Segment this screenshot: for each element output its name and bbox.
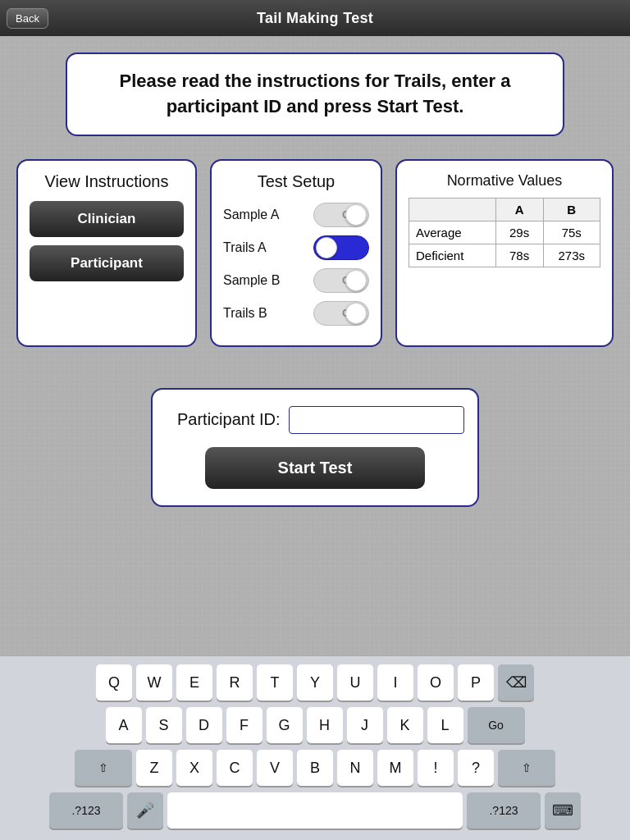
key-r[interactable]: R (217, 664, 253, 701)
key-backspace[interactable]: ⌫ (498, 664, 534, 701)
panels-row: View Instructions Clinician Participant … (16, 159, 614, 347)
instruction-box: Please read the instructions for Trails,… (66, 52, 564, 136)
trails-a-row: Trails A ON (223, 235, 369, 260)
key-y[interactable]: Y (297, 664, 333, 701)
norm-col-empty (409, 198, 496, 221)
key-w[interactable]: W (136, 664, 172, 701)
norm-deficient-b: 273s (543, 244, 600, 267)
key-numeric-left[interactable]: .?123 (49, 792, 123, 829)
normative-values-panel: Normative Values A B Average 29s 75s (395, 159, 614, 347)
participant-id-label: Participant ID: (177, 410, 281, 429)
key-s[interactable]: S (146, 707, 182, 743)
main-content: Please read the instructions for Trails,… (0, 36, 630, 507)
key-n[interactable]: N (337, 750, 373, 786)
key-question[interactable]: ? (458, 750, 494, 786)
key-a[interactable]: A (106, 707, 142, 743)
keyboard-row-2: A S D F G H J K L Go (3, 707, 627, 743)
keyboard: Q W E R T Y U I O P ⌫ A S D F G H J K L … (0, 655, 630, 840)
key-go[interactable]: Go (468, 707, 525, 743)
trails-b-label: Trails B (223, 306, 267, 321)
key-j[interactable]: J (347, 707, 383, 743)
back-button[interactable]: Back (7, 8, 48, 29)
key-keyboard-icon[interactable]: ⌨ (545, 792, 581, 829)
keyboard-row-3: ⇧ Z X C V B N M ! ? ⇧ (3, 750, 627, 786)
instruction-text: Please read the instructions for Trails,… (92, 69, 538, 120)
key-f[interactable]: F (226, 707, 262, 743)
key-q[interactable]: Q (96, 664, 132, 701)
key-e[interactable]: E (176, 664, 212, 701)
key-b[interactable]: B (297, 750, 333, 786)
key-h[interactable]: H (307, 707, 343, 743)
key-shift-left[interactable]: ⇧ (75, 750, 132, 786)
trails-b-row: Trails B OFF (223, 301, 369, 326)
participant-section: Participant ID: Start Test (16, 388, 614, 507)
key-c[interactable]: C (217, 750, 253, 786)
participant-id-input[interactable] (289, 406, 464, 434)
key-shift-right[interactable]: ⇧ (498, 750, 555, 786)
key-p[interactable]: P (458, 664, 494, 701)
normative-values-title: Normative Values (409, 172, 600, 189)
key-l[interactable]: L (427, 707, 463, 743)
participant-button[interactable]: Participant (30, 245, 184, 281)
sample-b-toggle[interactable]: OFF (313, 268, 369, 293)
key-g[interactable]: G (267, 707, 303, 743)
key-exclaim[interactable]: ! (418, 750, 454, 786)
app-header: Back Tail Making Test (0, 0, 630, 36)
key-space[interactable] (167, 792, 463, 829)
test-setup-title: Test Setup (223, 172, 369, 191)
view-instructions-title: View Instructions (30, 172, 184, 191)
sample-b-row: Sample B OFF (223, 268, 369, 293)
key-k[interactable]: K (387, 707, 423, 743)
sample-b-label: Sample B (223, 273, 280, 288)
key-o[interactable]: O (418, 664, 454, 701)
participant-id-row: Participant ID: (177, 406, 453, 434)
norm-col-a: A (495, 198, 543, 221)
key-z[interactable]: Z (136, 750, 172, 786)
trails-a-toggle[interactable]: ON (313, 235, 369, 260)
keyboard-row-4: .?123 🎤 .?123 ⌨ (3, 792, 627, 829)
key-mic[interactable]: 🎤 (127, 792, 163, 829)
key-m[interactable]: M (377, 750, 413, 786)
trails-a-label: Trails A (223, 240, 267, 255)
trails-b-toggle[interactable]: OFF (313, 301, 369, 326)
key-t[interactable]: T (257, 664, 293, 701)
norm-average-a: 29s (495, 221, 543, 244)
norm-row-deficient: Deficient 78s 273s (409, 244, 600, 267)
key-u[interactable]: U (337, 664, 373, 701)
view-instructions-panel: View Instructions Clinician Participant (16, 159, 197, 347)
clinician-button[interactable]: Clinician (30, 201, 184, 237)
norm-average-label: Average (409, 221, 496, 244)
norm-average-b: 75s (543, 221, 600, 244)
sample-a-toggle[interactable]: OFF (313, 203, 369, 227)
key-i[interactable]: I (377, 664, 413, 701)
norm-row-average: Average 29s 75s (409, 221, 600, 244)
norm-col-b: B (543, 198, 600, 221)
header-title: Tail Making Test (257, 10, 373, 27)
key-x[interactable]: X (176, 750, 212, 786)
normative-table: A B Average 29s 75s Deficient 78s 273s (409, 198, 600, 267)
keyboard-row-1: Q W E R T Y U I O P ⌫ (3, 664, 627, 701)
participant-box: Participant ID: Start Test (151, 388, 479, 507)
norm-deficient-a: 78s (495, 244, 543, 267)
test-setup-panel: Test Setup Sample A OFF Trails A ON Samp… (210, 159, 382, 347)
sample-a-label: Sample A (223, 208, 279, 222)
start-test-button[interactable]: Start Test (205, 447, 426, 489)
norm-deficient-label: Deficient (409, 244, 496, 267)
sample-a-row: Sample A OFF (223, 203, 369, 227)
key-d[interactable]: D (186, 707, 222, 743)
key-v[interactable]: V (257, 750, 293, 786)
key-numeric-right[interactable]: .?123 (467, 792, 541, 829)
